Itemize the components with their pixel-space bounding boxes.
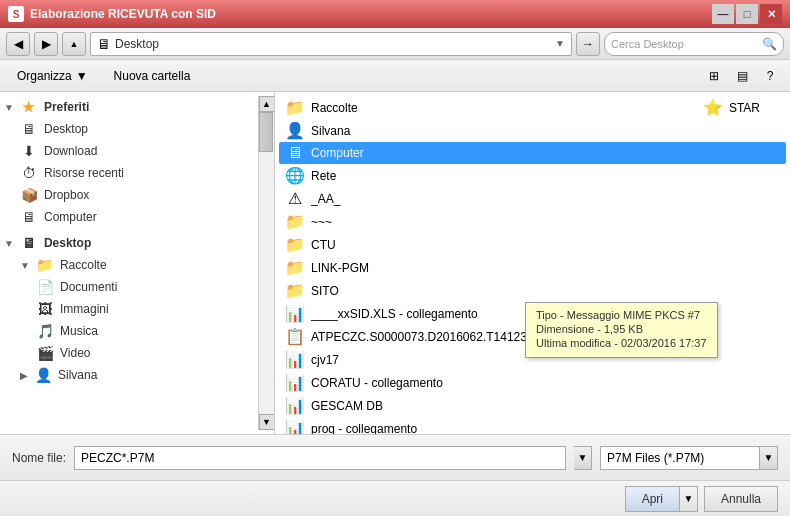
app-icon: S: [8, 6, 24, 22]
nav-go-button[interactable]: →: [576, 32, 600, 56]
address-bar[interactable]: 🖥 Desktop ▼: [90, 32, 572, 56]
filetype-dropdown-button[interactable]: ▼: [760, 446, 778, 470]
silvana-icon: 👤: [34, 367, 52, 383]
folder-tilde-icon: 📁: [285, 212, 305, 231]
tooltip-modified-value: 02/03/2016 17:37: [621, 337, 707, 349]
filetype-input[interactable]: [600, 446, 760, 470]
preview-pane-button[interactable]: ▤: [730, 65, 754, 87]
file-aa-label: _AA_: [311, 192, 340, 206]
excel-link-icon: 📊: [285, 304, 305, 323]
filename-dropdown-button[interactable]: ▼: [574, 446, 592, 470]
organize-button[interactable]: Organizza ▼: [8, 65, 97, 87]
raccolte-icon: 📁: [36, 257, 54, 273]
file-item-rete[interactable]: 🌐 Rete: [279, 164, 786, 187]
forward-button[interactable]: ▶: [34, 32, 58, 56]
file-cjv17-label: cjv17: [311, 353, 339, 367]
open-button[interactable]: Apri: [625, 486, 680, 512]
file-item-computer[interactable]: 🖥 Computer: [279, 142, 786, 164]
scroll-down-button[interactable]: ▼: [259, 414, 275, 430]
sidebar-item-raccolte[interactable]: ▼ 📁 Raccolte: [0, 254, 258, 276]
folder-linkpgm-icon: 📁: [285, 258, 305, 277]
desktop2-icon: 🖥: [20, 235, 38, 251]
immagini-icon: 🖼: [36, 301, 54, 317]
maximize-button[interactable]: □: [736, 4, 758, 24]
file-item-sito[interactable]: 📁 SITO: [279, 279, 786, 302]
sidebar-item-silvana[interactable]: ▶ 👤 Silvana: [0, 364, 258, 386]
bottom-bar: Nome file: ▼ ▼: [0, 434, 790, 480]
title-bar: S Elaborazione RICEVUTA con SID — □ ✕: [0, 0, 790, 28]
sidebar-desktop2-label: Desktop: [44, 236, 91, 250]
file-item-aa[interactable]: ⚠ _AA_: [279, 187, 786, 210]
scroll-thumb[interactable]: [259, 112, 273, 152]
raccolte-expand-icon: ▼: [20, 260, 30, 271]
sidebar-group-desktop[interactable]: ▼ 🖥 Desktop: [0, 232, 258, 254]
back-button[interactable]: ◀: [6, 32, 30, 56]
open-dropdown-button[interactable]: ▼: [680, 486, 698, 512]
file-silvana-label: Silvana: [311, 124, 350, 138]
tooltip-size-row: Dimensione - 1,95 KB: [536, 323, 707, 335]
sidebar-computer-label: Computer: [44, 210, 97, 224]
toolbar: Organizza ▼ Nuova cartella ⊞ ▤ ?: [0, 60, 790, 92]
toolbar-icons: ⊞ ▤ ?: [702, 65, 782, 87]
desktop-expand-icon: ▼: [4, 238, 14, 249]
sidebar-item-immagini[interactable]: 🖼 Immagini: [0, 298, 258, 320]
address-icon: 🖥: [97, 36, 111, 52]
sidebar-item-desktop[interactable]: 🖥 Desktop: [0, 118, 258, 140]
file-coratu-label: CORATU - collegamento: [311, 376, 443, 390]
sidebar-dropbox-label: Dropbox: [44, 188, 89, 202]
folder-raccolte-icon: 📁: [285, 98, 305, 117]
file-list[interactable]: 📁 Raccolte ⭐ STAR 👤 Silvana 🖥 Computer 🌐…: [275, 92, 790, 434]
recent-icon: ⏱: [20, 165, 38, 181]
file-item-raccolte[interactable]: 📁 Raccolte: [279, 96, 364, 119]
filetype-wrapper: ▼: [600, 446, 778, 470]
address-text: Desktop: [115, 37, 551, 51]
sidebar-item-computer[interactable]: 🖥 Computer: [0, 206, 258, 228]
sidebar-desktop-label: Desktop: [44, 122, 88, 136]
sidebar-download-label: Download: [44, 144, 97, 158]
file-raccolte-label: Raccolte: [311, 101, 358, 115]
help-button[interactable]: ?: [758, 65, 782, 87]
tooltip-modified-label: Ultima modifica: [536, 337, 611, 349]
sidebar-item-documenti[interactable]: 📄 Documenti: [0, 276, 258, 298]
star-icon: ★: [20, 99, 38, 115]
filename-label: Nome file:: [12, 451, 66, 465]
file-xls-label: ____xxSID.XLS - collegamento: [311, 307, 478, 321]
file-tilde-label: ~~~: [311, 215, 332, 229]
file-p7m-label: ATPECZC.S0000073.D2016062.T141236.p7m: [311, 330, 560, 344]
file-item-gescam[interactable]: 📊 GESCAM DB: [279, 394, 786, 417]
up-button[interactable]: ▲: [62, 32, 86, 56]
tooltip-type-row: Tipo - Messaggio MIME PKCS #7: [536, 309, 707, 321]
file-item-star[interactable]: ⭐ STAR: [697, 96, 766, 119]
cancel-button[interactable]: Annulla: [704, 486, 778, 512]
new-folder-button[interactable]: Nuova cartella: [105, 65, 200, 87]
open-button-group: Apri ▼: [625, 486, 698, 512]
folder-silvana-icon: 👤: [285, 121, 305, 140]
sidebar-item-musica[interactable]: 🎵 Musica: [0, 320, 258, 342]
file-item-silvana[interactable]: 👤 Silvana: [279, 119, 786, 142]
main-content: ▼ ★ Preferiti 🖥 Desktop ⬇ Download ⏱ Ris…: [0, 92, 790, 434]
sidebar-raccolte-label: Raccolte: [60, 258, 107, 272]
file-item-tilde[interactable]: 📁 ~~~: [279, 210, 786, 233]
view-toggle-button[interactable]: ⊞: [702, 65, 726, 87]
minimize-button[interactable]: —: [712, 4, 734, 24]
scroll-up-button[interactable]: ▲: [259, 96, 275, 112]
file-item-ctu[interactable]: 📁 CTU: [279, 233, 786, 256]
file-tooltip: Tipo - Messaggio MIME PKCS #7 Dimensione…: [525, 302, 718, 358]
sidebar-group-preferiti[interactable]: ▼ ★ Preferiti: [0, 96, 258, 118]
sidebar-item-risorse-recenti[interactable]: ⏱ Risorse recenti: [0, 162, 258, 184]
folder-sito-icon: 📁: [285, 281, 305, 300]
sidebar-musica-label: Musica: [60, 324, 98, 338]
search-bar[interactable]: Cerca Desktop 🔍: [604, 32, 784, 56]
sidebar-item-download[interactable]: ⬇ Download: [0, 140, 258, 162]
computer-icon: 🖥: [20, 209, 38, 225]
filename-input[interactable]: [74, 446, 566, 470]
file-item-coratu[interactable]: 📊 CORATU - collegamento: [279, 371, 786, 394]
sidebar-item-video[interactable]: 🎬 Video: [0, 342, 258, 364]
file-item-link-pgm[interactable]: 📁 LINK-PGM: [279, 256, 786, 279]
sidebar-scrollbar: ▲ ▼: [258, 96, 274, 430]
sidebar-item-dropbox[interactable]: 📦 Dropbox: [0, 184, 258, 206]
file-grid: 📁 Raccolte ⭐ STAR 👤 Silvana 🖥 Computer 🌐…: [279, 96, 786, 434]
download-icon: ⬇: [20, 143, 38, 159]
file-item-prog[interactable]: 📊 prog - collegamento: [279, 417, 786, 434]
close-button[interactable]: ✕: [760, 4, 782, 24]
